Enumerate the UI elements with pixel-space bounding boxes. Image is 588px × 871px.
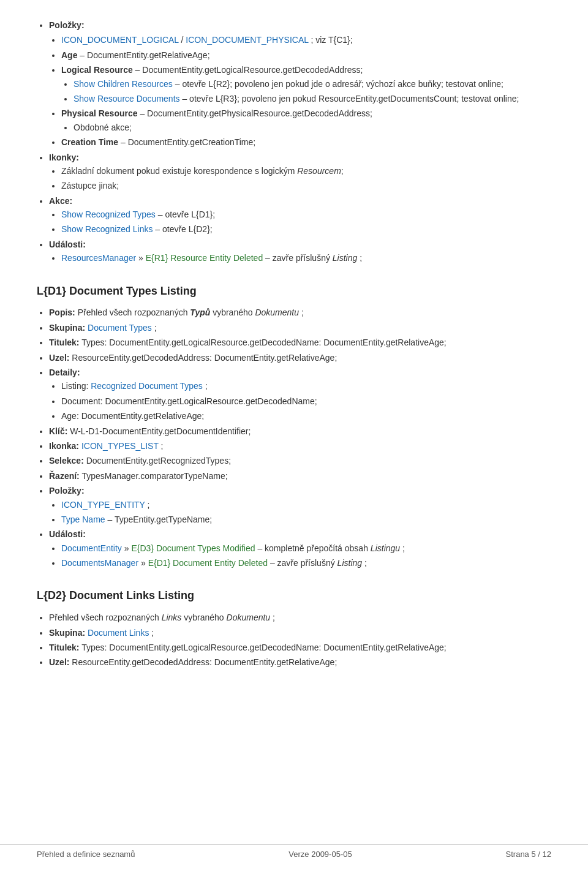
ikonky-heading: Ikonky: xyxy=(49,153,79,162)
list-item: Document: DocumentEntity.getLogicalResou… xyxy=(61,394,551,408)
list-item-detaily: Detaily: Listing: Recognized Document Ty… xyxy=(49,366,551,423)
list-item: Položky: xyxy=(49,18,551,32)
event-er1: E{R1} Resource Entity Deleted xyxy=(146,253,263,263)
list-item: Type Name – TypeEntity.getTypeName; xyxy=(61,513,551,526)
list-item: DocumentsManager » E{D1} Document Entity… xyxy=(61,556,551,570)
polozky-list: Položky: xyxy=(49,18,551,32)
list-item-physical-resource: Physical Resource – DocumentEntity.getPh… xyxy=(61,107,551,134)
show-resource-documents: Show Resource Documents xyxy=(74,94,180,104)
icon-physical: ICON_DOCUMENT_PHYSICAL xyxy=(186,35,308,45)
list-item: ICON_TYPE_ENTITY ; xyxy=(61,498,551,511)
udalosti-section: Události: ResourcesManager » E{R1} Resou… xyxy=(49,238,551,265)
ikonky-list: Základní dokument pokud existuje korespo… xyxy=(61,164,551,193)
footer-center: Verze 2009-05-05 xyxy=(288,850,352,859)
list-item-razeni: Řazení: TypesManager.comparatorTypeName; xyxy=(49,469,551,483)
label-bold: Položky: xyxy=(49,20,85,30)
list-item-titulek: Titulek: Types: DocumentEntity.getLogica… xyxy=(49,336,551,349)
list-item-selekce: Selekce: DocumentEntity.getRecognizedTyp… xyxy=(49,454,551,467)
list-item: Obdobné akce; xyxy=(74,121,551,134)
list-item-prehled: Přehled všech rozpoznaných Links vybrané… xyxy=(49,611,551,624)
detaily-sub: Listing: Recognized Document Types ; Doc… xyxy=(61,379,551,423)
logical-resource-label: Logical Resource xyxy=(61,65,133,75)
udalosti-heading: Události: xyxy=(49,239,86,249)
list-item: Show Recognized Links – otevře L{D2}; xyxy=(61,222,551,236)
list-item: Show Resource Documents – otevře L{R3}; … xyxy=(74,92,551,105)
list-item: ICON_DOCUMENT_LOGICAL / ICON_DOCUMENT_PH… xyxy=(61,33,551,47)
list-item-skupina: Skupina: Document Types ; xyxy=(49,321,551,334)
footer: Přehled a definice seznamů Verze 2009-05… xyxy=(0,844,588,859)
udalosti-heading-item: Události: ResourcesManager » E{R1} Resou… xyxy=(49,238,551,265)
polozky-sub: ICON_TYPE_ENTITY ; Type Name – TypeEntit… xyxy=(61,498,551,527)
akce-section: Akce: Show Recognized Types – otevře L{D… xyxy=(49,194,551,236)
footer-left: Přehled a definice seznamů xyxy=(37,850,135,859)
show-recognized-types: Show Recognized Types xyxy=(61,209,156,219)
polozky-items: ICON_DOCUMENT_LOGICAL / ICON_DOCUMENT_PH… xyxy=(61,33,551,149)
akce-list: Show Recognized Types – otevře L{D1}; Sh… xyxy=(61,208,551,236)
list-item: Age – DocumentEntity.getRelativeAge; xyxy=(61,48,551,62)
list-item: Age: DocumentEntity.getRelativeAge; xyxy=(61,409,551,423)
list-item-ikonka: Ikonka: ICON_TYPES_LIST ; xyxy=(49,439,551,453)
list-item-skupina-ld2: Skupina: Document Links ; xyxy=(49,626,551,639)
list-item: ResourcesManager » E{R1} Resource Entity… xyxy=(61,251,551,265)
list-item-uzel-ld2: Uzel: ResourceEntity.getDecodedAddress: … xyxy=(49,655,551,669)
physical-resource-label: Physical Resource xyxy=(61,108,138,118)
list-item-titulek-ld2: Titulek: Types: DocumentEntity.getLogica… xyxy=(49,641,551,654)
icon-logical: ICON_DOCUMENT_LOGICAL xyxy=(61,35,179,45)
ikonky-section: Ikonky: Základní dokument pokud existuje… xyxy=(49,151,551,193)
resources-manager: ResourcesManager xyxy=(61,253,136,263)
udalosti-list: ResourcesManager » E{R1} Resource Entity… xyxy=(61,251,551,265)
footer-right: Strana 5 / 12 xyxy=(506,850,551,859)
show-children-resources: Show Children Resources xyxy=(74,79,173,89)
list-item: Základní dokument pokud existuje korespo… xyxy=(61,164,551,178)
ld2-list: Přehled všech rozpoznaných Links vybrané… xyxy=(49,611,551,669)
logical-resource-sub: Show Children Resources – otevře L{R2}; … xyxy=(74,77,551,106)
list-item: Zástupce jinak; xyxy=(61,179,551,192)
show-recognized-links: Show Recognized Links xyxy=(61,224,153,234)
ikonky-heading-item: Ikonky: Základní dokument pokud existuje… xyxy=(49,151,551,193)
akce-heading: Akce: xyxy=(49,196,72,206)
ld2-heading: L{D2} Document Links Listing xyxy=(37,587,551,605)
ld1-list: Popis: Přehled všech rozpoznaných Typů v… xyxy=(49,306,551,570)
list-item: DocumentEntity » E{D3} Document Types Mo… xyxy=(61,541,551,555)
list-item-udalosti-ld1: Události: DocumentEntity » E{D3} Documen… xyxy=(49,527,551,570)
list-item-polozky: Položky: ICON_TYPE_ENTITY ; Type Name – … xyxy=(49,484,551,526)
udalosti-ld1-sub: DocumentEntity » E{D3} Document Types Mo… xyxy=(61,541,551,570)
list-item-creation-time: Creation Time – DocumentEntity.getCreati… xyxy=(61,135,551,149)
list-item-popis: Popis: Přehled všech rozpoznaných Typů v… xyxy=(49,306,551,319)
list-item-uzel: Uzel: ResourceEntity.getDecodedAddress: … xyxy=(49,351,551,364)
creation-time-label: Creation Time xyxy=(61,137,118,147)
physical-resource-sub: Obdobné akce; xyxy=(74,121,551,134)
list-item: Show Children Resources – otevře L{R2}; … xyxy=(74,77,551,91)
list-item: Listing: Recognized Document Types ; xyxy=(61,379,551,393)
list-item-logical-resource: Logical Resource – DocumentEntity.getLog… xyxy=(61,63,551,105)
ld1-heading: L{D1} Document Types Listing xyxy=(37,282,551,300)
list-item-klic: Klíč: W-L-D1-DocumentEntity.getDocumentI… xyxy=(49,424,551,438)
main-content: Položky: ICON_DOCUMENT_LOGICAL / ICON_DO… xyxy=(37,18,551,669)
list-item: Show Recognized Types – otevře L{D1}; xyxy=(61,208,551,221)
akce-heading-item: Akce: Show Recognized Types – otevře L{D… xyxy=(49,194,551,236)
